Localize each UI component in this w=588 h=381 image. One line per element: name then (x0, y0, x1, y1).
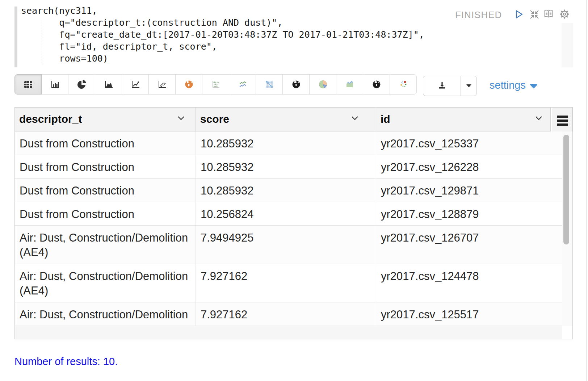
table-row[interactable]: Dust from Construction 10.256824 yr2017.… (15, 202, 562, 226)
chevron-down-icon[interactable] (351, 116, 358, 120)
chart-type-pie2-button[interactable] (309, 74, 336, 95)
indent-guide (43, 21, 43, 64)
bubble-chart-icon (210, 79, 221, 90)
line-chart-icon (130, 79, 141, 90)
cell-descriptor: Dust from Construction (15, 155, 196, 178)
caret-down-icon (466, 84, 471, 87)
chevron-down-icon[interactable] (535, 116, 542, 120)
cell-descriptor: Air: Dust, Construction/Demolition (15, 302, 196, 326)
compress-icon (529, 9, 540, 20)
cell-id: yr2017.csv_126228 (376, 155, 562, 178)
cell-descriptor: Air: Dust, Construction/Demolition (AE4) (15, 264, 196, 302)
table-row[interactable]: Air: Dust, Construction/Demolition (AE4)… (15, 226, 562, 264)
code-editor[interactable]: search(nyc311, q="descriptor_t:(construc… (21, 5, 424, 64)
settings-label: settings (490, 79, 526, 91)
table-icon (23, 79, 34, 90)
cell-id: yr2017.csv_124478 (376, 264, 562, 302)
cell-descriptor: Dust from Construction (15, 179, 196, 202)
show-editor-button[interactable] (543, 9, 554, 21)
chart-type-globe2-button[interactable] (363, 74, 390, 95)
paragraph-settings-button[interactable] (559, 8, 570, 21)
column-label: score (200, 113, 229, 125)
scatter-chart-icon (157, 79, 168, 90)
cell-id: yr2017.csv_125517 (376, 302, 562, 326)
download-button-group (423, 76, 477, 96)
chart-type-area2-button[interactable] (336, 74, 363, 95)
grid-menu-button[interactable] (552, 108, 572, 133)
matrix-chart-icon (264, 79, 275, 90)
chart-type-scattercolor-button[interactable] (390, 74, 417, 95)
area-chart-icon (103, 79, 114, 90)
chart-type-pie-button[interactable] (68, 74, 95, 95)
column-header-descriptor_t[interactable]: descriptor_t (15, 108, 196, 131)
chart-type-bar-button[interactable] (41, 74, 68, 95)
chart-type-area-button[interactable] (95, 74, 122, 95)
play-icon (513, 9, 524, 20)
table-row[interactable]: Air: Dust, Construction/Demolition (AE4)… (15, 264, 562, 302)
gear-icon (559, 8, 570, 20)
table-scrollbar-thumb[interactable] (563, 135, 569, 244)
run-button[interactable] (513, 9, 524, 21)
chart-type-scatter-button[interactable] (148, 74, 176, 95)
cell-score: 7.9494925 (196, 226, 376, 264)
cell-score: 10.285932 (196, 155, 376, 178)
cell-id: yr2017.csv_125337 (376, 131, 562, 155)
cell-score: 10.285932 (196, 131, 376, 155)
chart-type-bubble-button[interactable] (202, 74, 229, 95)
cell-id: yr2017.csv_126707 (376, 226, 562, 264)
cell-descriptor: Dust from Construction (15, 202, 196, 225)
collapse-button[interactable] (529, 9, 540, 21)
globe-dark-icon (371, 79, 382, 90)
chart-type-matrix-button[interactable] (256, 74, 283, 95)
table-row[interactable]: Dust from Construction 10.285932 yr2017.… (15, 131, 562, 155)
bar-chart-icon (50, 79, 60, 90)
page-scrollbar-border (586, 0, 587, 381)
chart-type-globe1-button[interactable] (282, 74, 310, 95)
paragraph-status: FINISHED (455, 9, 502, 21)
chart-type-map-button[interactable] (175, 74, 202, 95)
settings-toggle[interactable]: settings (490, 79, 537, 91)
cell-score: 10.256824 (196, 202, 376, 225)
code-line: search(nyc311, (21, 5, 424, 17)
table-row[interactable]: Air: Dust, Construction/Demolition 7.927… (15, 302, 562, 326)
download-button[interactable] (423, 76, 461, 96)
chart-type-table-button[interactable] (14, 74, 42, 95)
area-chart-color-icon (344, 79, 355, 90)
column-label: descriptor_t (19, 113, 82, 125)
caret-down-icon (530, 84, 537, 88)
code-line: fq="create_date_dt:[2017-01-20T03:48:37Z… (21, 29, 424, 41)
pie-chart-color-icon (318, 79, 328, 90)
menu-icon (557, 120, 568, 122)
cell-descriptor: Air: Dust, Construction/Demolition (AE4) (15, 226, 196, 264)
download-icon (437, 80, 448, 91)
code-line: rows=100) (21, 53, 424, 64)
cell-descriptor: Dust from Construction (15, 131, 196, 155)
editor-scrollbar[interactable] (562, 23, 573, 67)
multi-line-chart-icon (237, 79, 248, 90)
column-header-id[interactable]: id (376, 108, 551, 131)
menu-icon (557, 123, 568, 126)
code-line: fl="id, descriptor_t, score", (21, 41, 424, 53)
cell-score: 7.927162 (196, 302, 376, 326)
chart-type-toolbar (14, 74, 417, 95)
paragraph-focus-bar (14, 7, 17, 67)
table-row[interactable]: Dust from Construction 10.285932 yr2017.… (15, 179, 562, 202)
globe-orange-icon (184, 79, 194, 90)
cell-score: 7.927162 (196, 264, 376, 302)
zeppelin-paragraph: search(nyc311, q="descriptor_t:(construc… (0, 0, 588, 381)
column-header-score[interactable]: score (196, 108, 376, 131)
chevron-down-icon[interactable] (177, 116, 185, 120)
cell-id: yr2017.csv_129871 (376, 179, 562, 202)
chart-type-line-button[interactable] (122, 74, 149, 95)
globe-dark-icon (291, 79, 302, 90)
results-table: descriptor_t score id Dust from Construc… (14, 107, 573, 339)
chart-type-multiline-button[interactable] (229, 74, 256, 95)
table-row[interactable]: Dust from Construction 10.285932 yr2017.… (15, 155, 562, 179)
scatter-color-icon (398, 79, 409, 90)
cell-id: yr2017.csv_128879 (376, 202, 562, 225)
table-bottom-strip (15, 326, 562, 339)
pie-chart-icon (76, 79, 87, 90)
column-label: id (381, 113, 390, 125)
download-options-button[interactable] (461, 76, 477, 96)
results-count: Number of results: 10. (14, 356, 118, 368)
